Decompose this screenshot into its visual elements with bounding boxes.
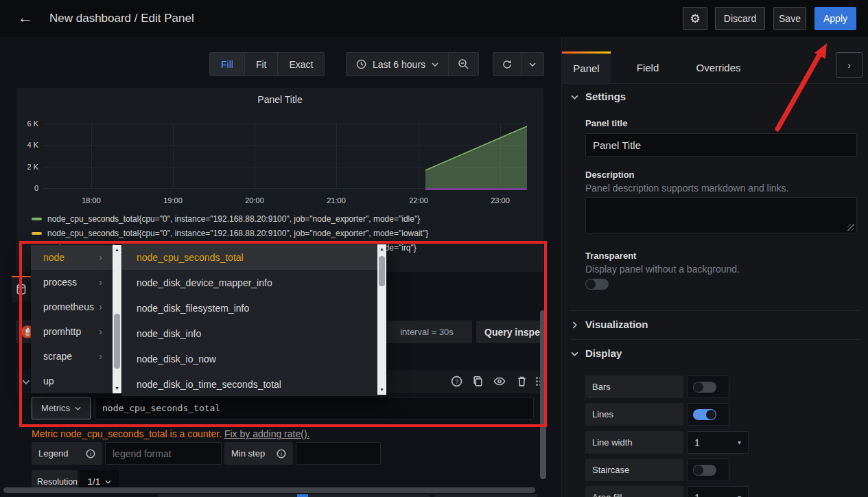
- scrollbar-thumb[interactable]: [379, 256, 385, 286]
- resolution-value: 1/1: [88, 476, 101, 487]
- staircase-toggle[interactable]: [693, 465, 716, 476]
- svg-text:2 K: 2 K: [27, 163, 38, 171]
- area-fill-label: Area fill: [585, 486, 683, 497]
- menu-group-process[interactable]: process ›: [31, 270, 121, 294]
- bars-toggle-box: [687, 375, 729, 398]
- tab-overrides[interactable]: Overrides: [684, 51, 753, 83]
- resize-handle[interactable]: [847, 224, 854, 231]
- menu-metric-node-disk-device-mapper-info[interactable]: node_disk_device_mapper_info: [122, 270, 386, 295]
- svg-text:21:00: 21:00: [327, 196, 346, 205]
- menu-group-promhttp[interactable]: promhttp ›: [31, 319, 121, 344]
- tabbar-divider: [562, 83, 868, 84]
- clock-icon: [356, 59, 366, 69]
- time-range-label: Last 6 hours: [373, 59, 425, 70]
- menu-group-node[interactable]: node ›: [31, 245, 121, 270]
- collapse-pane-button[interactable]: ›: [836, 52, 863, 78]
- chevron-down-icon: [105, 480, 111, 484]
- tab-field[interactable]: Field: [620, 51, 675, 83]
- time-range-picker[interactable]: Last 6 hours: [347, 53, 449, 76]
- scroll-up-icon[interactable]: ▲: [379, 244, 384, 254]
- legend-swatch-yellow[interactable]: [32, 232, 42, 235]
- transparent-toggle[interactable]: [585, 279, 609, 290]
- discard-button[interactable]: Discard: [715, 7, 765, 30]
- query-pane-scrollbar[interactable]: [540, 310, 546, 479]
- zoom-out-time-button[interactable]: [449, 53, 478, 76]
- scrollbar-thumb[interactable]: [114, 314, 120, 369]
- settings-section-header[interactable]: Settings: [585, 91, 626, 102]
- size-mode-fill[interactable]: Fill: [210, 53, 245, 76]
- size-mode-fit[interactable]: Fit: [245, 53, 279, 76]
- svg-text:4 K: 4 K: [27, 141, 38, 149]
- area-fill-select[interactable]: 1 ▾: [687, 486, 749, 497]
- horizontal-scrollbar[interactable]: [3, 487, 535, 493]
- bars-toggle[interactable]: [693, 382, 716, 393]
- toggle-visibility-eye-icon[interactable]: [493, 375, 506, 387]
- description-help: Panel description supports markdown and …: [585, 183, 789, 194]
- submenu-arrow-icon: ›: [99, 326, 102, 337]
- query-inspector-button[interactable]: Query inspector: [476, 321, 540, 343]
- section-chevron-down-icon[interactable]: [571, 351, 578, 356]
- refresh-interval-dropdown[interactable]: [521, 53, 543, 76]
- info-icon[interactable]: i: [277, 449, 286, 459]
- query-help-icon[interactable]: ?: [451, 375, 462, 387]
- scroll-down-icon[interactable]: ▼: [115, 384, 119, 393]
- menu-group-prometheus[interactable]: prometheus ›: [31, 294, 121, 319]
- legend-label[interactable]: node_cpu_seconds_total{cpu="0", instance…: [47, 229, 428, 238]
- description-textarea[interactable]: [585, 197, 857, 233]
- options-pane: Panel Field Overrides › Settings Panel t…: [561, 37, 868, 497]
- lines-toggle-box: [687, 403, 729, 426]
- menu-group-scrape[interactable]: scrape ›: [31, 344, 121, 369]
- refresh-button[interactable]: [493, 53, 521, 76]
- legend-format-input[interactable]: [105, 442, 222, 465]
- promql-query-input[interactable]: [95, 397, 534, 419]
- metric-list-scrollbar[interactable]: ▲ ▼: [377, 244, 386, 395]
- caret-down-icon: ▾: [738, 494, 741, 497]
- lines-label: Lines: [585, 403, 683, 426]
- scroll-down-icon[interactable]: ▼: [379, 385, 384, 395]
- collapse-chevron-icon[interactable]: [22, 380, 30, 384]
- menu-metric-node-cpu-seconds-total[interactable]: node_cpu_seconds_total: [122, 244, 386, 270]
- back-arrow-icon[interactable]: ←: [17, 8, 33, 27]
- section-divider: [570, 339, 860, 340]
- legend-format-label: Legend i: [32, 442, 102, 465]
- tab-panel[interactable]: Panel: [562, 51, 611, 83]
- line-width-select[interactable]: 1 ▾: [687, 431, 749, 454]
- fix-by-adding-rate-link[interactable]: Fix by adding rate().: [224, 428, 310, 439]
- legend-swatch-green[interactable]: [32, 218, 42, 220]
- menu-metric-node-disk-info[interactable]: node_disk_info: [122, 321, 386, 346]
- time-controls-group: Last 6 hours: [346, 52, 479, 76]
- scroll-up-icon[interactable]: ▲: [115, 245, 119, 255]
- legend-label[interactable]: node_cpu_seconds_total{cpu="0", instance…: [47, 214, 420, 224]
- time-series-chart: 6 K 4 K 2 K 0 18:00 19:00 20:00 21:00 22…: [16, 88, 543, 210]
- menu-metric-node-disk-io-time-seconds-total[interactable]: node_disk_io_time_seconds_total: [122, 371, 386, 397]
- group-menu-scrollbar[interactable]: ▲ ▼: [113, 245, 121, 393]
- display-section-header[interactable]: Display: [585, 347, 622, 359]
- partially-visible-row: [434, 494, 537, 497]
- delete-query-trash-icon[interactable]: [517, 375, 527, 387]
- lines-toggle[interactable]: [693, 409, 716, 420]
- panel-size-mode-group: Fill Fit Exact: [209, 52, 325, 76]
- section-chevron-right-icon[interactable]: [572, 321, 577, 329]
- warning-text: Metric node_cpu_seconds_total is a count…: [32, 428, 222, 439]
- apply-button[interactable]: Apply: [814, 7, 856, 30]
- menu-metric-node-disk-filesystem-info[interactable]: node_disk_filesystem_info: [122, 295, 386, 321]
- menu-group-up[interactable]: up: [31, 369, 121, 393]
- menu-metric-node-disk-io-now[interactable]: node_disk_io_now: [122, 346, 386, 371]
- chevron-down-icon: [529, 62, 536, 67]
- duplicate-query-icon[interactable]: [472, 375, 484, 387]
- dashboard-settings-button[interactable]: ⚙: [683, 7, 707, 30]
- svg-text:18:00: 18:00: [82, 196, 101, 205]
- legend-item[interactable]: node_cpu_seconds_total{cpu="0", instance…: [32, 213, 420, 224]
- metrics-dropdown-button[interactable]: Metrics: [32, 397, 91, 419]
- panel-title-input[interactable]: [585, 133, 857, 157]
- size-mode-exact[interactable]: Exact: [278, 53, 324, 76]
- section-chevron-down-icon[interactable]: [571, 95, 578, 100]
- visualization-section-header[interactable]: Visualization: [585, 319, 648, 330]
- legend-item[interactable]: node_cpu_seconds_total{cpu="0", instance…: [32, 228, 428, 238]
- min-step-input[interactable]: [296, 442, 381, 465]
- svg-text:0: 0: [34, 184, 38, 192]
- area-fill-value: 1: [694, 492, 700, 497]
- info-icon[interactable]: i: [86, 449, 95, 459]
- partially-visible-row: [158, 494, 430, 497]
- save-button[interactable]: Save: [773, 7, 806, 30]
